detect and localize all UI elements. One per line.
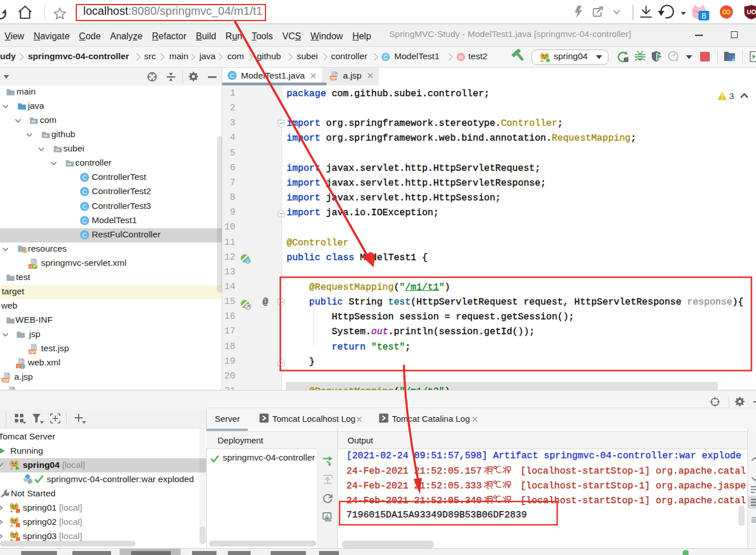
svg-text:m: m — [459, 54, 463, 60]
svg-text:C: C — [383, 54, 387, 60]
svg-text:UO: UO — [747, 9, 756, 15]
svg-text:C: C — [230, 72, 235, 79]
svg-text:JSP: JSP — [330, 76, 337, 80]
